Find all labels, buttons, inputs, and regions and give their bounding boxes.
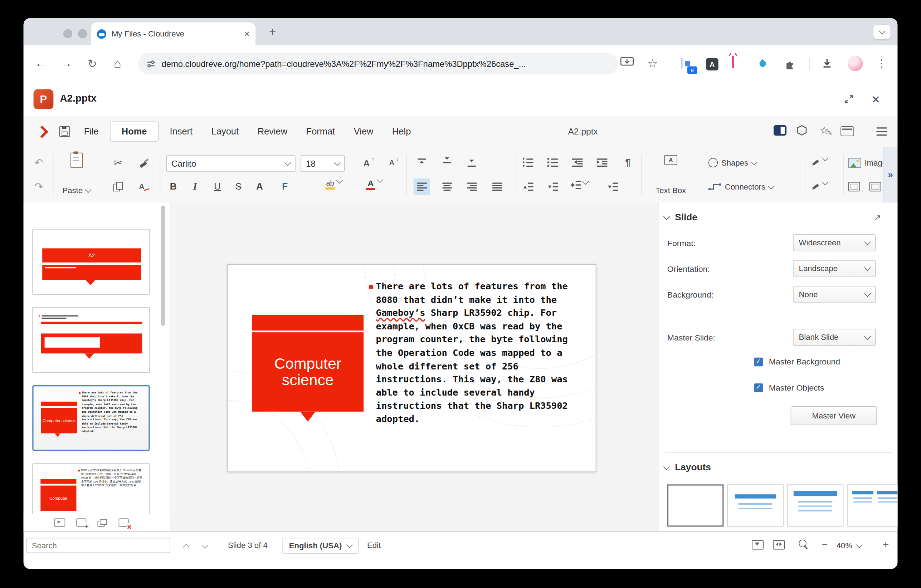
fullscreen-button[interactable] xyxy=(840,91,857,108)
master-view-button[interactable]: Master View xyxy=(791,406,877,425)
language-select[interactable]: English (USA) xyxy=(282,538,359,554)
tab-search-button[interactable] xyxy=(874,25,890,39)
fit-slide-button[interactable] xyxy=(752,540,763,549)
browser-menu-button[interactable] xyxy=(873,55,890,72)
extension-tv-button[interactable] xyxy=(732,57,734,68)
spacing-before-button[interactable] xyxy=(520,179,536,195)
editor-logo-icon[interactable] xyxy=(36,125,48,138)
next-result-button[interactable] xyxy=(198,540,212,552)
bullet-list-button[interactable] xyxy=(520,154,536,171)
paragraph-marks-button[interactable] xyxy=(620,154,636,171)
underline-button[interactable]: U xyxy=(209,179,225,195)
downloads-button[interactable] xyxy=(821,58,833,71)
slide-thumbnail-3-selected[interactable]: Computer science There are lots of featu… xyxy=(32,385,150,451)
slide-accent-bar[interactable] xyxy=(252,315,363,330)
format-select[interactable]: Widescreen xyxy=(793,234,875,252)
browser-tab[interactable]: My Files - Cloudreve xyxy=(91,22,255,45)
slide-canvas[interactable]: Computer science There are lots of featu… xyxy=(227,264,596,472)
slide-thumbnail-1[interactable]: A2 xyxy=(32,229,150,295)
reload-button[interactable] xyxy=(83,55,101,72)
paste-button[interactable]: Paste xyxy=(58,153,95,195)
menu-item-review[interactable]: Review xyxy=(248,121,297,142)
delete-slide-icon[interactable] xyxy=(119,519,129,527)
align-middle-button[interactable] xyxy=(439,154,455,171)
zoom-select[interactable]: 40% xyxy=(836,538,862,553)
master-slide-select[interactable]: Blank Slide xyxy=(793,329,875,346)
add-slide-icon[interactable] xyxy=(76,519,86,527)
paragraph-settings-button[interactable] xyxy=(604,179,621,195)
background-select[interactable]: None xyxy=(793,286,875,303)
tab-close-icon[interactable] xyxy=(244,29,249,39)
cut-button[interactable] xyxy=(110,154,126,171)
menu-item-insert[interactable]: Insert xyxy=(160,121,202,142)
search-input[interactable] xyxy=(26,538,170,553)
view-settings-icon[interactable] xyxy=(876,127,887,135)
increase-font-button[interactable]: A↑ xyxy=(358,154,374,171)
slide-section-header[interactable]: Slide xyxy=(664,212,697,223)
close-preview-button[interactable] xyxy=(867,91,885,108)
back-button[interactable] xyxy=(32,55,49,72)
shapes-button[interactable]: Shapes xyxy=(708,154,757,171)
fit-width-button[interactable] xyxy=(773,540,785,549)
redo-button[interactable] xyxy=(31,179,47,195)
dark-panel-icon[interactable] xyxy=(774,125,786,136)
extension-grid-button[interactable]: 9 xyxy=(681,58,694,71)
decrease-font-button[interactable]: A↓ xyxy=(384,154,400,171)
slide-body-text[interactable]: There are lots of features from the 8080… xyxy=(376,280,578,426)
spacing-after-button[interactable] xyxy=(545,179,561,195)
master-background-checkbox-row[interactable]: Master Background xyxy=(754,357,840,366)
extension-drop-button[interactable] xyxy=(760,60,766,67)
align-left-button[interactable] xyxy=(413,179,430,195)
text-box-button[interactable]: Text Box xyxy=(647,153,694,195)
italic-button[interactable]: I xyxy=(187,179,203,195)
save-icon[interactable] xyxy=(59,126,70,137)
font-color-button[interactable]: A xyxy=(366,179,382,196)
decrease-indent-button[interactable] xyxy=(569,154,586,171)
copy-style-button[interactable] xyxy=(136,154,152,171)
expand-toolbar-button[interactable] xyxy=(883,147,897,203)
slide-canvas-area[interactable]: Computer science There are lots of featu… xyxy=(170,203,658,531)
slide-title-box[interactable]: Computer science xyxy=(252,332,363,412)
undo-button[interactable] xyxy=(31,154,47,171)
checkbox-checked-icon[interactable] xyxy=(754,357,763,366)
duplicate-slide-icon[interactable] xyxy=(98,519,108,526)
site-settings-icon[interactable] xyxy=(146,59,156,68)
previous-result-button[interactable] xyxy=(179,540,193,552)
start-slideshow-icon[interactable] xyxy=(54,519,65,527)
layout-thumbnail-two-content[interactable] xyxy=(847,484,897,526)
card-icon[interactable] xyxy=(841,126,854,136)
hexagon-icon[interactable] xyxy=(796,124,807,136)
install-app-button[interactable] xyxy=(620,57,635,71)
numbered-list-button[interactable] xyxy=(545,154,561,171)
align-top-button[interactable] xyxy=(413,154,430,171)
bold-button[interactable]: B xyxy=(165,179,181,195)
font-size-select[interactable]: 18 xyxy=(301,155,345,172)
layout-thumbnail-header[interactable] xyxy=(787,484,844,526)
pen-tool-button[interactable] xyxy=(810,158,828,174)
image-button[interactable]: Image xyxy=(848,154,883,171)
menu-item-layout[interactable]: Layout xyxy=(202,121,248,142)
font-name-select[interactable]: Carlito xyxy=(166,155,296,172)
zoom-out-button[interactable] xyxy=(818,538,832,552)
clear-style-button[interactable] xyxy=(136,179,152,195)
connectors-button[interactable]: Connectors xyxy=(708,179,774,195)
line-spacing-button[interactable] xyxy=(570,181,588,197)
align-center-button[interactable] xyxy=(439,179,455,195)
layouts-section-header[interactable]: Layouts xyxy=(664,462,711,473)
zoom-tool-button[interactable] xyxy=(799,540,807,547)
master-objects-checkbox-row[interactable]: Master Objects xyxy=(754,383,824,392)
menu-item-home[interactable]: Home xyxy=(110,122,158,141)
bookmark-button[interactable] xyxy=(644,55,661,72)
home-button[interactable] xyxy=(109,55,126,72)
menu-item-view[interactable]: View xyxy=(344,121,382,142)
open-panel-icon[interactable] xyxy=(871,211,884,224)
menu-item-format[interactable]: Format xyxy=(297,121,344,142)
copy-button[interactable] xyxy=(110,179,126,195)
new-tab-button[interactable] xyxy=(265,25,280,39)
slide-thumbnail-2[interactable] xyxy=(32,307,150,373)
checkbox-checked-icon[interactable] xyxy=(754,383,763,392)
star-edit-icon[interactable]: ✎ xyxy=(817,124,831,136)
orientation-select[interactable]: Landscape xyxy=(793,260,875,277)
increase-indent-button[interactable] xyxy=(594,154,610,171)
extensions-menu-button[interactable] xyxy=(784,58,796,73)
